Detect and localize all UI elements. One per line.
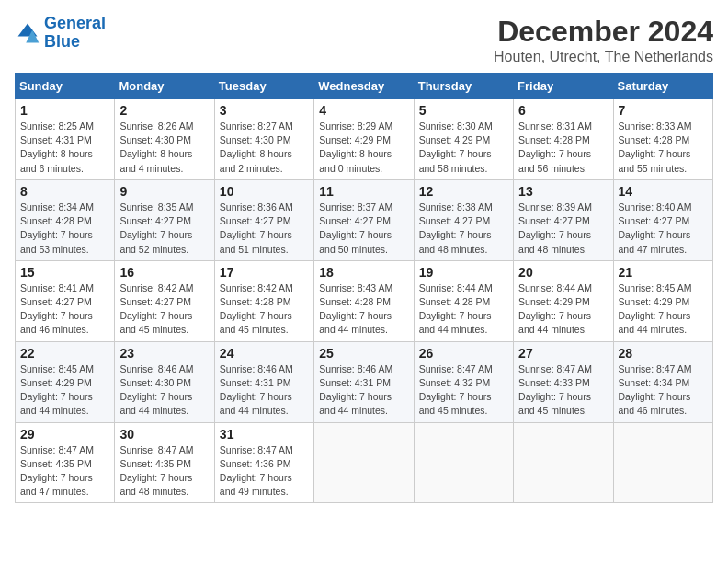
day-info: Sunrise: 8:47 AMSunset: 4:36 PMDaylight:… [220,443,309,500]
day-number: 18 [319,265,408,280]
day-info: Sunrise: 8:42 AMSunset: 4:27 PMDaylight:… [119,282,209,338]
calendar-day-cell: 21 Sunrise: 8:45 AMSunset: 4:29 PMDaylig… [613,260,712,341]
calendar-week-row: 8 Sunrise: 8:34 AMSunset: 4:28 PMDayligh… [16,179,713,260]
day-info: Sunrise: 8:47 AMSunset: 4:34 PMDaylight:… [619,362,708,419]
location-subtitle: Houten, Utrecht, The Netherlands [494,49,713,65]
day-number: 2 [119,103,209,118]
calendar-day-cell: 13 Sunrise: 8:39 AMSunset: 4:27 PMDaylig… [514,179,613,260]
day-number: 11 [319,184,408,199]
calendar-day-cell: 15 Sunrise: 8:41 AMSunset: 4:27 PMDaylig… [16,260,115,341]
calendar-day-cell: 22 Sunrise: 8:45 AMSunset: 4:29 PMDaylig… [16,341,115,422]
day-info: Sunrise: 8:27 AMSunset: 4:30 PMDaylight:… [220,120,309,176]
weekday-header-cell: Thursday [414,74,513,99]
day-number: 4 [319,103,408,118]
calendar-day-cell: 8 Sunrise: 8:34 AMSunset: 4:28 PMDayligh… [16,179,115,260]
day-number: 17 [220,265,309,280]
calendar-day-cell: 27 Sunrise: 8:47 AMSunset: 4:33 PMDaylig… [514,341,613,422]
calendar-day-cell: 24 Sunrise: 8:46 AMSunset: 4:31 PMDaylig… [214,341,313,422]
title-block: December 2024 Houten, Utrecht, The Nethe… [494,15,713,65]
day-number: 13 [518,184,608,199]
weekday-header-cell: Friday [514,74,613,99]
day-info: Sunrise: 8:31 AMSunset: 4:28 PMDaylight:… [518,120,608,176]
day-number: 24 [220,346,309,361]
day-info: Sunrise: 8:39 AMSunset: 4:27 PMDaylight:… [518,201,608,257]
day-info: Sunrise: 8:36 AMSunset: 4:27 PMDaylight:… [220,201,309,257]
day-info: Sunrise: 8:44 AMSunset: 4:28 PMDaylight:… [419,282,508,338]
day-number: 10 [220,184,309,199]
logo-line2: Blue [44,32,80,51]
calendar-body: 1 Sunrise: 8:25 AMSunset: 4:31 PMDayligh… [16,99,713,503]
day-info: Sunrise: 8:30 AMSunset: 4:29 PMDaylight:… [419,120,508,176]
calendar-day-cell [314,422,414,503]
logo-icon [15,20,40,46]
calendar-day-cell: 31 Sunrise: 8:47 AMSunset: 4:36 PMDaylig… [214,422,313,503]
day-info: Sunrise: 8:26 AMSunset: 4:30 PMDaylight:… [119,120,209,176]
day-number: 21 [619,265,708,280]
calendar-day-cell: 4 Sunrise: 8:29 AMSunset: 4:29 PMDayligh… [314,99,414,180]
day-number: 9 [119,184,209,199]
weekday-header-cell: Monday [115,74,214,99]
month-title: December 2024 [494,15,713,49]
weekday-header-cell: Wednesday [314,74,414,99]
calendar-day-cell: 2 Sunrise: 8:26 AMSunset: 4:30 PMDayligh… [115,99,214,180]
calendar-day-cell: 5 Sunrise: 8:30 AMSunset: 4:29 PMDayligh… [414,99,513,180]
day-info: Sunrise: 8:45 AMSunset: 4:29 PMDaylight:… [619,282,708,338]
day-info: Sunrise: 8:37 AMSunset: 4:27 PMDaylight:… [319,201,408,257]
day-number: 8 [20,184,109,199]
calendar-day-cell: 1 Sunrise: 8:25 AMSunset: 4:31 PMDayligh… [16,99,115,180]
calendar-day-cell [613,422,712,503]
day-number: 19 [419,265,508,280]
calendar-week-row: 29 Sunrise: 8:47 AMSunset: 4:35 PMDaylig… [16,422,713,503]
calendar-day-cell [414,422,513,503]
page-header: General Blue December 2024 Houten, Utrec… [15,15,713,65]
day-number: 25 [319,346,408,361]
calendar-table: SundayMondayTuesdayWednesdayThursdayFrid… [15,73,713,503]
calendar-day-cell: 12 Sunrise: 8:38 AMSunset: 4:27 PMDaylig… [414,179,513,260]
day-info: Sunrise: 8:47 AMSunset: 4:35 PMDaylight:… [20,443,109,500]
calendar-day-cell: 18 Sunrise: 8:43 AMSunset: 4:28 PMDaylig… [314,260,414,341]
calendar-day-cell: 9 Sunrise: 8:35 AMSunset: 4:27 PMDayligh… [115,179,214,260]
day-info: Sunrise: 8:25 AMSunset: 4:31 PMDaylight:… [20,120,109,176]
day-info: Sunrise: 8:33 AMSunset: 4:28 PMDaylight:… [619,120,708,176]
calendar-day-cell: 19 Sunrise: 8:44 AMSunset: 4:28 PMDaylig… [414,260,513,341]
calendar-day-cell: 3 Sunrise: 8:27 AMSunset: 4:30 PMDayligh… [214,99,313,180]
day-info: Sunrise: 8:35 AMSunset: 4:27 PMDaylight:… [119,201,209,257]
day-number: 22 [20,346,109,361]
calendar-day-cell: 10 Sunrise: 8:36 AMSunset: 4:27 PMDaylig… [214,179,313,260]
calendar-day-cell: 28 Sunrise: 8:47 AMSunset: 4:34 PMDaylig… [613,341,712,422]
calendar-day-cell: 14 Sunrise: 8:40 AMSunset: 4:27 PMDaylig… [613,179,712,260]
day-number: 26 [419,346,508,361]
day-number: 3 [220,103,309,118]
day-number: 5 [419,103,508,118]
day-number: 20 [518,265,608,280]
day-number: 12 [419,184,508,199]
weekday-header-cell: Saturday [613,74,712,99]
calendar-week-row: 15 Sunrise: 8:41 AMSunset: 4:27 PMDaylig… [16,260,713,341]
day-info: Sunrise: 8:46 AMSunset: 4:31 PMDaylight:… [319,362,408,419]
day-number: 7 [619,103,708,118]
calendar-day-cell: 6 Sunrise: 8:31 AMSunset: 4:28 PMDayligh… [514,99,613,180]
day-info: Sunrise: 8:29 AMSunset: 4:29 PMDaylight:… [319,120,408,176]
day-number: 16 [119,265,209,280]
day-info: Sunrise: 8:44 AMSunset: 4:29 PMDaylight:… [518,282,608,338]
day-number: 28 [619,346,708,361]
calendar-day-cell: 7 Sunrise: 8:33 AMSunset: 4:28 PMDayligh… [613,99,712,180]
day-number: 1 [20,103,109,118]
logo-line1: General [44,14,106,32]
day-info: Sunrise: 8:40 AMSunset: 4:27 PMDaylight:… [619,201,708,257]
calendar-day-cell: 26 Sunrise: 8:47 AMSunset: 4:32 PMDaylig… [414,341,513,422]
day-info: Sunrise: 8:41 AMSunset: 4:27 PMDaylight:… [20,282,109,338]
calendar-day-cell [514,422,613,503]
logo-text: General Blue [44,15,106,52]
calendar-week-row: 22 Sunrise: 8:45 AMSunset: 4:29 PMDaylig… [16,341,713,422]
calendar-week-row: 1 Sunrise: 8:25 AMSunset: 4:31 PMDayligh… [16,99,713,180]
day-number: 30 [119,427,209,442]
calendar-day-cell: 20 Sunrise: 8:44 AMSunset: 4:29 PMDaylig… [514,260,613,341]
day-info: Sunrise: 8:34 AMSunset: 4:28 PMDaylight:… [20,201,109,257]
weekday-header-cell: Tuesday [214,74,313,99]
day-info: Sunrise: 8:45 AMSunset: 4:29 PMDaylight:… [20,362,109,419]
calendar-day-cell: 16 Sunrise: 8:42 AMSunset: 4:27 PMDaylig… [115,260,214,341]
day-number: 31 [220,427,309,442]
day-info: Sunrise: 8:47 AMSunset: 4:35 PMDaylight:… [119,443,209,500]
day-number: 6 [518,103,608,118]
